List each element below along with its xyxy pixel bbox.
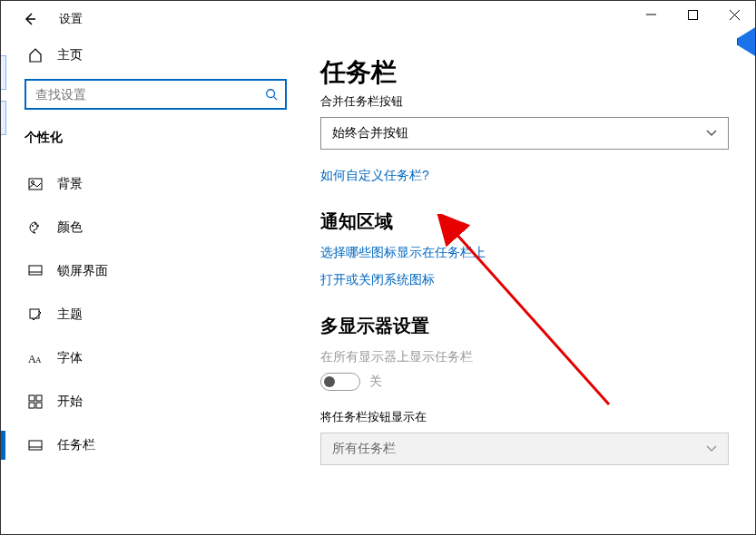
palette-icon: [26, 220, 44, 235]
page-title: 任务栏: [320, 55, 732, 90]
toggle-state-label: 关: [369, 374, 382, 390]
back-button[interactable]: [19, 8, 41, 30]
arrow-left-icon: [23, 12, 37, 26]
titlebar: 设置: [1, 1, 755, 37]
svg-point-9: [32, 225, 34, 227]
close-icon: [730, 10, 740, 20]
combine-buttons-dropdown[interactable]: 始终合并按钮: [320, 117, 729, 150]
sidebar-item-label: 任务栏: [57, 437, 95, 453]
maximize-icon: [688, 10, 698, 20]
search-icon: [265, 88, 278, 101]
sidebar-category: 个性化: [12, 121, 290, 164]
taskbar-icon: [26, 438, 44, 452]
sidebar-home-label: 主页: [57, 47, 83, 63]
themes-icon: [26, 307, 44, 322]
show-all-monitors-label: 在所有显示器上显示任务栏: [320, 349, 732, 365]
chevron-down-icon: [706, 130, 717, 137]
svg-line-6: [274, 97, 278, 101]
show-all-monitors-toggle[interactable]: [320, 373, 360, 391]
show-buttons-on-dropdown: 所有任务栏: [320, 433, 729, 465]
lockscreen-icon: [26, 264, 44, 278]
sidebar-item-label: 开始: [57, 394, 83, 410]
svg-rect-2: [688, 10, 697, 19]
sidebar-item-start[interactable]: 开始: [12, 382, 290, 422]
dropdown-value: 始终合并按钮: [332, 125, 408, 141]
svg-rect-14: [30, 309, 39, 318]
multi-monitor-heading: 多显示器设置: [320, 314, 732, 338]
svg-rect-12: [29, 266, 42, 275]
minimize-button[interactable]: [630, 1, 672, 28]
sidebar-item-label: 颜色: [57, 219, 83, 236]
search-box[interactable]: [25, 79, 287, 110]
customize-taskbar-link[interactable]: 如何自定义任务栏?: [320, 168, 732, 184]
svg-point-8: [32, 181, 34, 184]
sidebar-item-fonts[interactable]: AA 字体: [12, 338, 290, 378]
svg-point-11: [37, 225, 39, 227]
svg-rect-18: [36, 395, 42, 401]
home-icon: [26, 48, 44, 63]
sidebar-item-label: 主题: [57, 306, 83, 323]
maximize-button[interactable]: [672, 1, 713, 28]
sidebar-item-background[interactable]: 背景: [12, 164, 290, 204]
svg-rect-19: [29, 403, 34, 408]
svg-rect-17: [29, 395, 34, 401]
system-icons-link[interactable]: 打开或关闭系统图标: [320, 272, 732, 288]
sidebar-item-label: 背景: [57, 176, 83, 192]
select-icons-link[interactable]: 选择哪些图标显示在任务栏上: [320, 245, 732, 261]
notification-area-heading: 通知区域: [320, 209, 732, 234]
window-controls: [630, 1, 755, 28]
minimize-icon: [646, 10, 656, 20]
sidebar-item-themes[interactable]: 主题: [12, 295, 290, 335]
main-content: 任务栏 合并任务栏按钮 始终合并按钮 如何自定义任务栏? 通知区域 选择哪些图标…: [298, 37, 755, 534]
svg-point-5: [267, 90, 275, 98]
close-button[interactable]: [713, 1, 755, 28]
sidebar-item-label: 锁屏界面: [57, 263, 108, 279]
svg-text:A: A: [35, 355, 42, 365]
sidebar-item-taskbar[interactable]: 任务栏: [12, 425, 290, 465]
sidebar: 主页 个性化 背景 颜色 锁屏界面: [1, 37, 298, 534]
svg-rect-20: [36, 403, 42, 408]
background-window-edge: [1, 55, 8, 534]
start-icon: [26, 394, 44, 409]
sidebar-item-label: 字体: [57, 350, 83, 366]
search-input[interactable]: [34, 86, 265, 102]
sidebar-home[interactable]: 主页: [12, 37, 290, 73]
dropdown-value: 所有任务栏: [332, 441, 396, 457]
svg-point-10: [34, 223, 36, 225]
combine-label: 合并任务栏按钮: [320, 93, 732, 110]
svg-rect-21: [29, 441, 42, 450]
font-icon: AA: [26, 352, 44, 365]
show-buttons-on-label: 将任务栏按钮显示在: [320, 409, 732, 425]
sidebar-item-lockscreen[interactable]: 锁屏界面: [12, 251, 290, 291]
picture-icon: [26, 177, 44, 191]
app-title: 设置: [59, 11, 83, 27]
sidebar-item-colors[interactable]: 颜色: [12, 208, 290, 248]
chevron-down-icon: [706, 445, 717, 452]
